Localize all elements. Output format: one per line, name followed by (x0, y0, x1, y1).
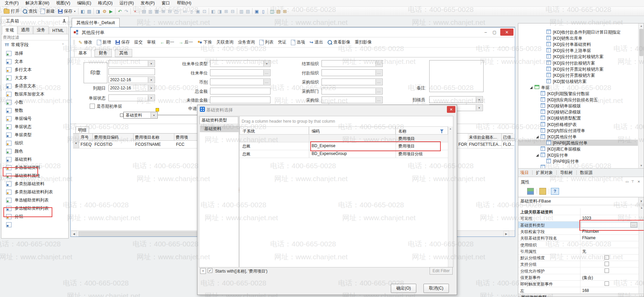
property-row-关联检索字段[interactable]: 关联检索字段FNumber (518, 228, 639, 235)
toolbox-item-partial[interactable] (1, 221, 68, 229)
property-row-左[interactable]: 左168 (518, 287, 639, 294)
doc-export-icon[interactable]: ◧ (80, 8, 86, 14)
tree-scrollbar[interactable]: ▲ ▼ (638, 23, 644, 168)
property-row-可见性[interactable]: 可见性1023 (518, 215, 639, 222)
property-row-引用属性[interactable]: 引用属性无 (518, 248, 639, 255)
tree-item-[KD]应付单上游单据[interactable]: [KD]应付单上游单据 (518, 47, 638, 53)
filter-funnel-icon[interactable] (440, 129, 443, 132)
column-header-right-2[interactable]: 已借... (502, 134, 515, 141)
same-size-icon[interactable]: ▣ (195, 8, 201, 14)
tree-item-[KD]收付款条件到期日计算日期指定[interactable]: [KD]收付款条件到期日计算日期指定 (518, 29, 638, 35)
tree-item-[KD]销售出库单[interactable]: [KD]销售出库单 (518, 35, 638, 41)
tree-item-[KD]应付单[interactable]: [KD]应付单 (518, 152, 638, 158)
cancel-button[interactable]: 取消(C) (423, 284, 449, 293)
filter-close-button[interactable]: × (200, 268, 206, 274)
tree-item-[KD]核销记录模版[interactable]: [KD]核销记录模版 (518, 109, 638, 115)
center-vertical-icon[interactable]: ▤ (245, 8, 251, 14)
align-right-icon[interactable]: ▦ (154, 8, 160, 14)
increase-spacing-icon[interactable]: ⊞ (223, 8, 229, 14)
menu-item-3[interactable]: 视图(V) (53, 0, 74, 6)
property-row-基础资料类型[interactable]: 基础资料类型... (518, 222, 639, 228)
expander-icon[interactable] (536, 136, 539, 138)
scroll-right-icon[interactable]: ▶ (503, 231, 509, 237)
toolbox-item-单据类型[interactable]: 单据类型 (1, 131, 68, 139)
toolbox-section-header[interactable]: TT 常规字段 ⌃ (1, 40, 68, 49)
scroll-left-icon[interactable]: ◀ (71, 231, 77, 237)
pin-icon[interactable] (64, 19, 65, 22)
toolbox-item-单据编号[interactable]: 单据编号 (1, 115, 68, 123)
bring-to-front-icon[interactable]: ▣ (254, 8, 260, 14)
doc-info-icon[interactable]: ▤ (86, 8, 92, 14)
menu-item-1[interactable]: 文件(F) (1, 0, 22, 6)
align-bottom-icon[interactable]: ◫ (173, 8, 179, 14)
column-header-编码[interactable]: 编码 (309, 126, 396, 135)
toolbox-tab-业务[interactable]: 业务 (33, 26, 49, 34)
document-tab[interactable]: 其他应付单-_Default (72, 18, 120, 28)
menu-item-9[interactable]: 帮助(H) (174, 0, 195, 6)
column-header-费用项[interactable]: 费用项 (174, 134, 200, 141)
chevron-down-icon[interactable]: ▾ (74, 10, 75, 13)
redo-icon[interactable]: ↷ (123, 8, 129, 14)
panel-tab-数据源[interactable]: 数据源 (580, 170, 593, 176)
undo-icon[interactable]: ↶ (117, 8, 123, 14)
image-icon[interactable] (539, 188, 546, 195)
toolbox-item-整数[interactable]: 整数 (1, 106, 68, 115)
menu-item-5[interactable]: 格式(O) (94, 0, 116, 6)
delete-icon[interactable]: × (132, 8, 138, 14)
build-settings-icon[interactable]: ⚙ (101, 8, 108, 14)
tree-item-[KD]调汇单据模板[interactable]: [KD]调汇单据模板 (518, 146, 638, 152)
filter-enabled-checkbox[interactable]: ✓ (208, 268, 212, 273)
tree-item-[PAPB]其他应付单[interactable]: [PAPB]其他应付单 (518, 140, 638, 146)
edit-filter-button[interactable]: Edit Filter (430, 267, 453, 275)
property-row-默认分组维度[interactable]: 默认分组维度 (518, 254, 639, 261)
tree-item-[KD]应付单基础资料[interactable]: [KD]应付单基础资料 (518, 41, 638, 47)
grid-cell[interactable]: 费用项目 (398, 143, 447, 149)
property-checkbox[interactable] (605, 281, 609, 286)
new-button[interactable]: 新建 (39, 8, 56, 15)
menu-item-4[interactable]: 编辑(E) (74, 0, 95, 6)
property-checkbox[interactable] (605, 255, 609, 260)
toolbox-item-大文本[interactable]: 大文本 (1, 74, 68, 82)
chevron-down-icon[interactable]: ▼ (638, 197, 644, 205)
toolbox-item-多语言文本[interactable]: 多语言文本 (1, 82, 68, 90)
basedata-type-item[interactable]: 基础资料 (200, 125, 242, 132)
help-icon[interactable]: ? (551, 188, 559, 195)
toolbox-item-颜色[interactable]: 颜色 (1, 147, 68, 155)
property-row-即时触发更新事件[interactable]: 即时触发更新事件 (518, 280, 639, 287)
find-button[interactable]: 查找 (21, 8, 39, 15)
toolbox-item-组织[interactable]: 组织 (1, 139, 68, 147)
toolbox-tab-常规[interactable]: 常规 (2, 26, 17, 34)
horizontal-spacing-icon[interactable]: ◧ (210, 8, 216, 14)
size-to-grid-icon[interactable]: ⊡ (201, 8, 208, 14)
column-header-费用项目名称[interactable]: 费用项目名称 (134, 134, 174, 141)
column-header-名称[interactable]: 名称 (396, 126, 448, 135)
property-row-关联基础资料字段名[interactable]: 关联基础资料字段名FName (518, 234, 639, 241)
view-code-icon[interactable]: ▤ (275, 8, 282, 14)
tree-item-[KD]暂估核销方案[interactable]: [KD]暂估核销方案 (518, 78, 638, 84)
pin-icon[interactable]: ⊤ (631, 180, 634, 184)
view-designer-icon[interactable]: ◫ (269, 8, 275, 14)
scroll-down-icon[interactable]: ▼ (639, 164, 644, 167)
save-button[interactable]: 保存▾ (56, 8, 77, 15)
scroll-up-icon[interactable]: ▲ (448, 127, 453, 130)
panel-tab-导航树[interactable]: 导航树 (560, 170, 573, 176)
toolbox-item-多选辅助资料列表[interactable]: 多选辅助资料列表 (1, 204, 68, 212)
align-center-icon[interactable]: ▥ (147, 8, 154, 14)
grid-cell[interactable]: FNOTSETTLEA... (469, 142, 501, 147)
expander-icon[interactable] (530, 86, 533, 89)
toolbox-item-文本[interactable]: 文本 (1, 57, 68, 66)
grid-cell[interactable]: FLO... (503, 142, 515, 147)
property-row-使用组织[interactable]: 使用组织 (518, 241, 639, 248)
toolbox-item-多选基础资料[interactable]: 多选基础资料 (1, 163, 68, 172)
open-button[interactable]: 打开 (2, 8, 21, 15)
menu-item-8[interactable]: 窗口 (158, 0, 174, 6)
scroll-up-icon[interactable]: ▲ (639, 24, 644, 28)
properties-scrollbar[interactable]: ▲ (639, 205, 644, 294)
tree-item-[KD]核销类型配置[interactable]: [KD]核销类型配置 (518, 115, 638, 121)
tree-item-[KD]应付付款定时核销方案[interactable]: [KD]应付付款定时核销方案 (518, 53, 638, 59)
property-row-支持分组[interactable]: 支持分组 (518, 261, 639, 267)
splitter-dots-icon[interactable]: ⋮⋮ (238, 188, 239, 198)
toolbox-item-多行文本[interactable]: 多行文本 (1, 66, 68, 74)
tree-item-[KD]应付开票定时核销方案[interactable]: [KD]应付开票定时核销方案 (518, 66, 638, 72)
tree-item-[KD]内部应付清理单[interactable]: [KD]内部应付清理单 (518, 127, 638, 134)
